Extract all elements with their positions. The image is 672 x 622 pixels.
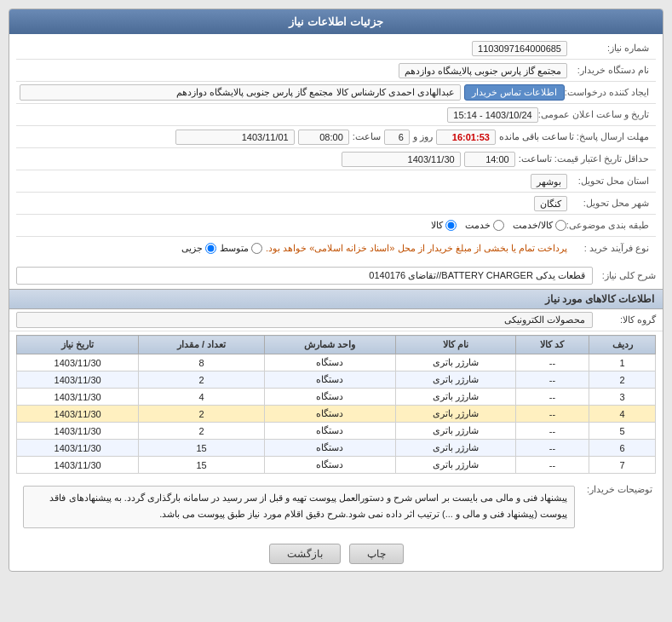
name-dasgah-label: نام دستگاه خریدار: (567, 65, 652, 76)
mohlat-row: مهلت ارسال پاسخ: تا ساعت باقی مانده 16:0… (16, 126, 656, 148)
ostan-label: استان محل تحویل: (567, 176, 652, 187)
shomare-niaz-value-cell: 1103097164000685 (20, 43, 567, 55)
cell-tarikh: 1403/11/30 (17, 371, 139, 389)
jadval-value-cell: ساعت: 14:00 1403/11/30 (20, 152, 547, 167)
jadval-saat-value: 14:00 (464, 152, 515, 167)
kala-table: ردیف کد کالا نام کالا واحد شمارش تعداد /… (16, 335, 656, 474)
serh-value: قطعات یدکی BATTERY CHARGER//تقاضای 01401… (16, 267, 593, 285)
mohlat-rooz-value: 6 (384, 130, 410, 145)
cell-tarikh: 1403/11/30 (17, 423, 139, 440)
tabagheh-value-cell: کالا/خدمت خدمت کالا (20, 220, 566, 231)
col-kod: کد کالا (515, 336, 589, 354)
table-header: ردیف کد کالا نام کالا واحد شمارش تعداد /… (17, 336, 656, 354)
cell-naam: شارژر باتری (395, 406, 515, 423)
table-row: 5--شارژر باتریدستگاه21403/11/30 (17, 423, 656, 440)
tamas-kharidar-button[interactable]: اطلاعات تماس خریدار (464, 84, 565, 101)
table-row: 7--شارژر باتریدستگاه151403/11/30 (17, 457, 656, 474)
col-tedad: تعداد / مقدار (139, 336, 265, 354)
info-section: شماره نیاز: 1103097164000685 نام دستگاه … (9, 34, 663, 262)
cell-tedad: 15 (139, 440, 265, 457)
noue-farayand-row: نوع فرآیند خرید : پرداخت تمام یا بخشی از… (16, 237, 656, 259)
cell-kod: -- (515, 423, 589, 440)
mohlat-saat-value: 08:00 (298, 130, 349, 145)
ijad-konande-value: عبدالهادی احمدی کارشناس کالا مجتمع گاز پ… (20, 84, 461, 101)
col-naam: نام کالا (395, 336, 515, 354)
tarikh-value: 1403/10/24 - 15:14 (447, 107, 537, 123)
table-body: 1--شارژر باتریدستگاه81403/11/302--شارژر … (17, 354, 656, 474)
table-row: 1--شارژر باتریدستگاه81403/11/30 (17, 354, 656, 371)
ijad-konande-row: ایجاد کننده درخواست: اطلاعات تماس خریدار… (16, 82, 656, 104)
jadval-label: حداقل تاریخ اعتبار قیمت: تا (547, 153, 652, 164)
cell-kod: -- (515, 354, 589, 371)
col-tarikh: تاریخ نیاز (17, 336, 139, 354)
cell-vahed: دستگاه (264, 423, 395, 440)
radio-mutawasit-input[interactable] (251, 243, 262, 254)
radio-kala-khadamat-input[interactable] (555, 220, 566, 231)
btn-print[interactable]: چاپ (349, 544, 404, 564)
radio-kala[interactable]: کالا (431, 220, 457, 231)
jadval-saat-label: ساعت: (519, 153, 547, 164)
cell-radif: 6 (589, 440, 656, 457)
cell-tedad: 4 (139, 389, 265, 406)
kala-info-header: اطلاعات کالاهای مورد نیاز (9, 289, 663, 309)
cell-tedad: 2 (139, 423, 265, 440)
cell-naam: شارژر باتری (395, 354, 515, 371)
cell-tarikh: 1403/11/30 (17, 354, 139, 371)
table-header-row: ردیف کد کالا نام کالا واحد شمارش تعداد /… (17, 336, 656, 354)
shahr-value-cell: کنگان (20, 198, 567, 210)
cell-tarikh: 1403/11/30 (17, 389, 139, 406)
table-row: 6--شارژر باتریدستگاه151403/11/30 (17, 440, 656, 457)
cell-vahed: دستگاه (264, 457, 395, 474)
ostan-row: استان محل تحویل: بوشهر (16, 170, 656, 193)
shahr-value: کنگان (534, 196, 567, 211)
cell-radif: 5 (589, 423, 656, 440)
radio-kala-input[interactable] (445, 220, 457, 231)
ostan-value: بوشهر (531, 174, 567, 189)
cell-naam: شارژر باتری (395, 440, 515, 457)
mohlat-baqi-value: 16:01:53 (436, 130, 496, 145)
cell-vahed: دستگاه (264, 354, 395, 371)
radio-khadamat[interactable]: خدمت (465, 220, 504, 231)
cell-vahed: دستگاه (264, 440, 395, 457)
table-row: 3--شارژر باتریدستگاه41403/11/30 (17, 389, 656, 406)
name-dasgah-value-cell: مجتمع گاز پارس جنوبی پالایشگاه دوازدهم (20, 65, 567, 77)
cell-tedad: 15 (139, 457, 265, 474)
tarikh-value-cell: 1403/10/24 - 15:14 (20, 109, 538, 121)
radio-jozi[interactable]: جزیی (181, 243, 216, 254)
tabagheh-label: طبقه بندی موضوعی: (566, 220, 652, 231)
cell-radif: 3 (589, 389, 656, 406)
cell-tedad: 2 (139, 371, 265, 389)
group-kala-value: محصولات الکترونیکی (16, 312, 593, 328)
shahr-row: شهر محل تحویل: کنگان (16, 193, 656, 215)
table-row: 4--شارژر باتریدستگاه21403/11/30 (17, 406, 656, 423)
shomare-niaz-row: شماره نیاز: 1103097164000685 (16, 37, 656, 60)
ijad-konande-value-cell: اطلاعات تماس خریدار عبدالهادی احمدی کارش… (20, 84, 565, 101)
radio-kala-khadamat[interactable]: کالا/خدمت (513, 220, 566, 231)
cell-radif: 1 (589, 354, 656, 371)
cell-kod: -- (515, 440, 589, 457)
table-row: 2--شارژر باتریدستگاه21403/11/30 (17, 371, 656, 389)
page-wrapper: جزئیات اطلاعات نیاز شماره نیاز: 11030971… (0, 0, 672, 622)
tarikh-label: تاریخ و ساعت اعلان عمومی: (538, 109, 652, 120)
radio-jozi-input[interactable] (205, 243, 216, 254)
cell-radif: 2 (589, 371, 656, 389)
cell-naam: شارژر باتری (395, 423, 515, 440)
cell-naam: شارژر باتری (395, 371, 515, 389)
btn-return[interactable]: بازگشت (269, 544, 341, 564)
tabagheh-row: طبقه بندی موضوعی: کالا/خدمت خدمت کالا (16, 215, 656, 237)
cell-kod: -- (515, 457, 589, 474)
cell-kod: -- (515, 371, 589, 389)
serh-row: شرح کلی نیاز: قطعات یدکی BATTERY CHARGER… (9, 262, 663, 289)
radio-mutawasit[interactable]: متوسط (220, 243, 262, 254)
radio-khadamat-input[interactable] (493, 220, 504, 231)
noue-farayand-value-cell: پرداخت تمام یا بخشی از مبلغ خریدار از مح… (20, 243, 567, 254)
name-dasgah-row: نام دستگاه خریدار: مجتمع گاز پارس جنوبی … (16, 60, 656, 82)
cell-vahed: دستگاه (264, 389, 395, 406)
footer-buttons: چاپ بازگشت (9, 537, 663, 571)
group-kala-label: گروه کالا: (596, 314, 656, 325)
main-card: جزئیات اطلاعات نیاز شماره نیاز: 11030971… (9, 9, 663, 572)
mohlat-saat-label: ساعت: (353, 131, 381, 142)
shomare-niaz-label: شماره نیاز: (567, 43, 652, 54)
cell-vahed: دستگاه (264, 371, 395, 389)
buyer-note-text: پیشنهاد فنی و مالی می بایست بر اساس شرح … (23, 486, 575, 528)
